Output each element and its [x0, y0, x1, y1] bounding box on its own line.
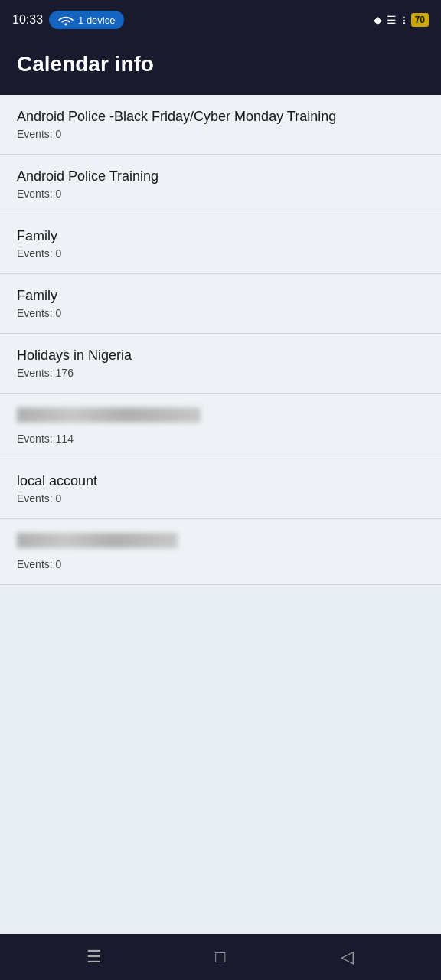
- nav-home-button[interactable]: □: [202, 939, 239, 975]
- list-item[interactable]: Events: 114: [0, 394, 441, 459]
- status-left: 10:33 1 device: [12, 11, 124, 29]
- empty-space: [0, 585, 441, 753]
- status-right: ◆ ☰ ⫶ 70: [374, 13, 429, 27]
- list-item[interactable]: Family Events: 0: [0, 214, 441, 274]
- bluetooth-icon: ◆: [374, 14, 382, 26]
- calendar-name: Family: [17, 228, 424, 244]
- calendar-events: Events: 0: [17, 492, 424, 505]
- calendar-events: Events: 0: [17, 307, 424, 319]
- list-item[interactable]: Events: 0: [0, 519, 441, 585]
- list-item[interactable]: Android Police Training Events: 0: [0, 155, 441, 214]
- calendar-events: Events: 0: [17, 188, 424, 200]
- redacted-email-1: [17, 407, 201, 423]
- list-item[interactable]: local account Events: 0: [0, 459, 441, 519]
- wifi-icon: [58, 14, 74, 26]
- calendar-events: Events: 114: [17, 433, 424, 445]
- calendar-name: Holidays in Nigeria: [17, 348, 424, 364]
- menu-icon: ☰: [87, 947, 102, 967]
- nav-back-button[interactable]: ◁: [328, 939, 365, 975]
- redacted-email-2: [17, 533, 178, 548]
- list-item[interactable]: Android Police -Black Friday/Cyber Monda…: [0, 95, 441, 155]
- calendar-name: Family: [17, 288, 424, 304]
- signal-icon: ☰: [387, 14, 397, 26]
- calendar-events: Events: 0: [17, 247, 424, 260]
- nav-bar: ☰ □ ◁: [0, 934, 441, 980]
- status-time: 10:33: [12, 13, 43, 27]
- list-item[interactable]: Holidays in Nigeria Events: 176: [0, 334, 441, 394]
- network-icon: ⫶: [401, 14, 407, 26]
- hotspot-badge: 1 device: [49, 11, 124, 29]
- home-icon: □: [215, 947, 225, 967]
- list-item[interactable]: Family Events: 0: [0, 274, 441, 334]
- page-header: Calendar info: [0, 40, 441, 95]
- battery-indicator: 70: [411, 13, 429, 27]
- calendar-list: Android Police -Black Friday/Cyber Monda…: [0, 95, 441, 934]
- calendar-name: Android Police -Black Friday/Cyber Monda…: [17, 109, 424, 125]
- calendar-events: Events: 0: [17, 128, 424, 140]
- status-bar: 10:33 1 device ◆ ☰ ⫶ 70: [0, 0, 441, 40]
- calendar-events: Events: 0: [17, 558, 424, 570]
- calendar-name: Android Police Training: [17, 168, 424, 185]
- back-icon: ◁: [341, 947, 354, 967]
- calendar-name-redacted: [17, 533, 424, 555]
- calendar-name-redacted: [17, 407, 424, 430]
- nav-menu-button[interactable]: ☰: [76, 939, 113, 975]
- hotspot-device-count: 1 device: [78, 15, 115, 26]
- calendar-events: Events: 176: [17, 367, 424, 379]
- calendar-name: local account: [17, 473, 424, 489]
- page-title: Calendar info: [17, 52, 424, 77]
